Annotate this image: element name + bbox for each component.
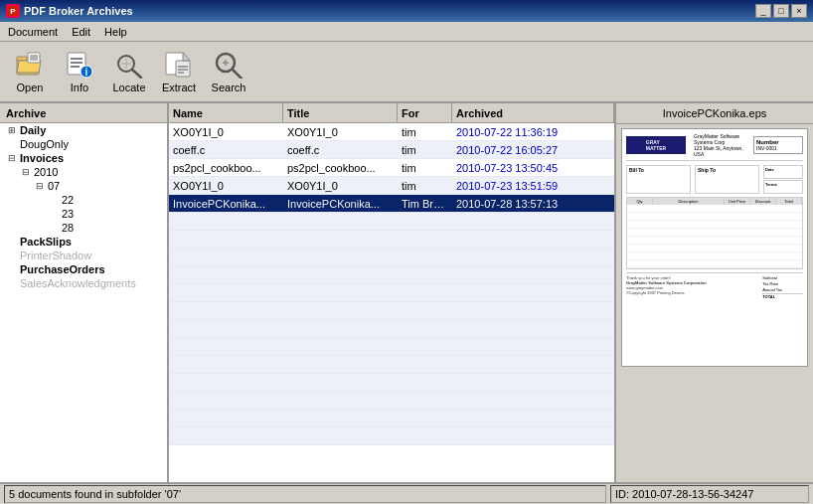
file-list-header: Name Title For Archived	[169, 103, 614, 123]
preview-image: GRAYMATTER GrayMatter Software Systems C…	[621, 128, 808, 367]
tree-label-22: 22	[62, 194, 74, 206]
locate-label: Locate	[112, 82, 145, 93]
table-row-empty	[169, 392, 614, 410]
tree-label-invoices: Invoices	[20, 152, 64, 164]
open-label: Open	[17, 82, 44, 93]
col-total: Total	[776, 198, 802, 205]
table-row[interactable]: InvoicePCKonika... InvoicePCKonika... Ti…	[169, 195, 614, 213]
locate-icon	[114, 50, 144, 80]
tree-label-2010: 2010	[34, 166, 58, 178]
tree-item-07[interactable]: ⊟ 07	[0, 179, 167, 193]
inv-table-header: Qty Description Unit Price Discount Tota…	[627, 198, 802, 205]
menu-edit[interactable]: Edit	[68, 25, 94, 39]
archive-header: Archive	[0, 103, 167, 123]
table-row-empty	[169, 410, 614, 427]
tree-label-printershadow: PrinterShadow	[20, 250, 91, 261]
cell-for-2: tim	[398, 144, 452, 156]
expand-invoices-icon[interactable]: ⊟	[4, 153, 20, 163]
window-controls[interactable]: _ □ ×	[755, 4, 807, 18]
maximize-button[interactable]: □	[773, 4, 789, 18]
status-right: ID: 2010-07-28-13-56-34247	[610, 485, 809, 503]
cell-title-2: coeff.c	[283, 144, 398, 156]
expand-daily-icon[interactable]: ⊞	[4, 125, 20, 135]
inv-total-tax: Tax Rate	[762, 281, 803, 286]
tree-label-23: 23	[62, 208, 74, 220]
col-qty: Qty	[627, 198, 653, 205]
col-header-archived[interactable]: Archived	[452, 103, 614, 122]
svg-text:i: i	[85, 67, 88, 78]
table-row-empty	[169, 338, 614, 356]
col-desc: Description	[653, 198, 725, 205]
col-header-for[interactable]: For	[398, 103, 452, 122]
cell-name-5: InvoicePCKonika...	[169, 198, 283, 210]
tree-label-28: 28	[62, 222, 74, 234]
close-button[interactable]: ×	[791, 4, 807, 18]
menu-document[interactable]: Document	[4, 25, 62, 39]
tree-item-packslips[interactable]: PackSlips	[0, 235, 167, 249]
table-row-empty	[169, 284, 614, 302]
expand-2010-icon[interactable]: ⊟	[18, 167, 34, 177]
app-icon: P	[6, 4, 20, 18]
cell-name-2: coeff.c	[169, 144, 283, 156]
tree-item-purchaseorders[interactable]: PurchaseOrders	[0, 262, 167, 276]
window-title: PDF Broker Archives	[24, 5, 133, 17]
archive-panel: Archive ⊞ Daily DougOnly ⊟ Invoices ⊟ 20…	[0, 103, 169, 482]
tree-label-dougonly: DougOnly	[20, 138, 69, 150]
search-icon	[214, 50, 244, 80]
inv-field-ship: Ship To	[695, 165, 759, 194]
col-header-title[interactable]: Title	[283, 103, 398, 122]
tree-item-23[interactable]: 23	[0, 207, 167, 221]
expand-packslips-icon	[4, 237, 20, 247]
info-button[interactable]: i Info	[56, 46, 103, 97]
tree-label-07: 07	[48, 180, 60, 192]
open-icon	[15, 50, 45, 80]
tree-item-28[interactable]: 28	[0, 221, 167, 235]
search-label: Search	[212, 82, 246, 93]
menu-help[interactable]: Help	[100, 25, 131, 39]
svg-rect-3	[17, 57, 27, 61]
cell-for-1: tim	[398, 126, 452, 138]
expand-purchaseorders-icon	[4, 264, 20, 274]
svg-text:P: P	[10, 7, 16, 16]
tree-item-22[interactable]: 22	[0, 193, 167, 207]
table-row-empty	[169, 302, 614, 320]
inv-body-row	[627, 213, 802, 221]
table-row[interactable]: XO0Y1I_0 XO0Y1I_0 tim 2010-07-23 13:51:5…	[169, 177, 614, 195]
open-button[interactable]: Open	[6, 46, 54, 97]
locate-button[interactable]: Locate	[105, 46, 153, 97]
cell-archived-2: 2010-07-22 16:05:27	[452, 144, 614, 156]
tree-item-salesack[interactable]: SalesAcknowledgments	[0, 276, 167, 290]
expand-07-icon[interactable]: ⊟	[32, 181, 48, 191]
inv-logo: GRAYMATTER	[626, 136, 686, 154]
col-header-name[interactable]: Name	[169, 103, 283, 122]
table-row[interactable]: XO0Y1I_0 XO0Y1I_0 tim 2010-07-22 11:36:1…	[169, 123, 614, 141]
table-row-empty	[169, 356, 614, 374]
cell-for-3: tim	[398, 162, 452, 174]
expand-22-icon	[46, 195, 62, 205]
file-panel: Name Title For Archived XO0Y1I_0 XO0Y1I_…	[169, 103, 614, 482]
col-disc: Discount	[750, 198, 776, 205]
table-row-empty	[169, 249, 614, 266]
search-button[interactable]: Search	[205, 46, 252, 97]
tree-item-printershadow[interactable]: PrinterShadow	[0, 249, 167, 262]
file-list: XO0Y1I_0 XO0Y1I_0 tim 2010-07-22 11:36:1…	[169, 123, 614, 482]
tree-item-dougonly[interactable]: DougOnly	[0, 137, 167, 151]
preview-title: InvoicePCKonika.eps	[616, 103, 813, 124]
table-row[interactable]: ps2pcl_cookboo... ps2pcl_cookboo... tim …	[169, 159, 614, 177]
cell-archived-1: 2010-07-22 11:36:19	[452, 126, 614, 138]
cell-for-4: tim	[398, 180, 452, 192]
inv-total-grand: TOTAL	[762, 293, 803, 299]
svg-line-26	[233, 70, 242, 79]
cell-title-5: InvoicePCKonika...	[283, 198, 398, 210]
inv-body-row	[627, 260, 802, 268]
extract-icon	[164, 50, 194, 80]
table-row[interactable]: coeff.c coeff.c tim 2010-07-22 16:05:27	[169, 141, 614, 159]
extract-button[interactable]: Extract	[155, 46, 203, 97]
minimize-button[interactable]: _	[755, 4, 771, 18]
inv-body-row	[627, 229, 802, 237]
tree-item-invoices[interactable]: ⊟ Invoices	[0, 151, 167, 165]
cell-archived-3: 2010-07-23 13:50:45	[452, 162, 614, 174]
tree-item-daily[interactable]: ⊞ Daily	[0, 123, 167, 137]
tree-label-daily: Daily	[20, 124, 46, 136]
tree-item-2010[interactable]: ⊟ 2010	[0, 165, 167, 179]
